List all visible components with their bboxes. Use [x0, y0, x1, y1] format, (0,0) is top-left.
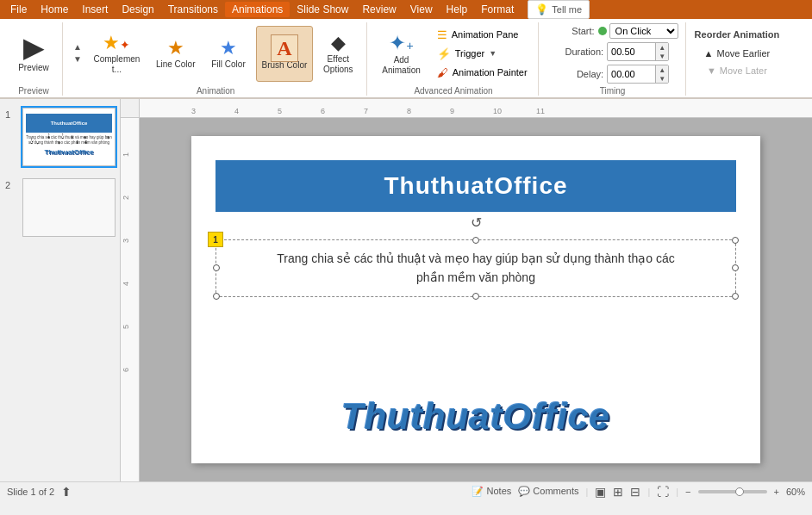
animation-pane-button[interactable]: ☰ Animation Pane [434, 27, 531, 43]
handle-bl[interactable] [213, 293, 220, 300]
effect-options-label: Effect Options [323, 54, 353, 75]
upload-icon[interactable]: ⬆ [61, 485, 72, 499]
status-bar-right: 📝 Notes 💬 Comments | ▣ ⊞ ⊟ | ⛶ | − + 60% [472, 485, 805, 499]
rotation-handle[interactable]: ↺ [471, 214, 482, 231]
notes-label: Notes [487, 486, 512, 496]
notes-button[interactable]: 📝 Notes [472, 486, 511, 497]
advanced-animation-content: ✦+ AddAnimation ☰ Animation Pane ⚡ Trigg… [376, 22, 530, 84]
handle-tm[interactable] [472, 237, 479, 244]
menu-animations[interactable]: Animations [225, 2, 290, 17]
start-indicator [598, 27, 607, 35]
trigger-button[interactable]: ⚡ Trigger ▼ [434, 46, 531, 62]
scroll-arrows: ▲ ▼ [73, 41, 82, 65]
animation-group: ▲ ▼ ★✦ Complement... ★ Line Color ★ Fill… [65, 22, 367, 96]
zoom-out-icon[interactable]: − [685, 487, 690, 497]
move-later-button[interactable]: ▼ Move Later [702, 64, 772, 78]
slide-body-line2: phần mềm văn phòng [416, 270, 535, 284]
anim-btn-complementary[interactable]: ★✦ Complement... [87, 26, 147, 82]
comments-button[interactable]: 💬 Comments [518, 486, 578, 497]
slide-body-text: Trang chia sẻ các thủ thuật và mẹo hay g… [228, 249, 723, 288]
lightbulb-icon: 💡 [535, 3, 548, 16]
mini-slide-1-content: ThuthuatOffice Trang chia sẻ các thủ thu… [23, 109, 115, 165]
preview-group-content: ▶ Preview [12, 22, 55, 84]
menu-insert[interactable]: Insert [75, 2, 115, 17]
view-reading-icon[interactable]: ⊟ [630, 485, 640, 499]
timing-duration-row: Duration: ▲ ▼ [556, 42, 669, 61]
slide-canvas[interactable]: ThuthuatOffice ↺ [140, 118, 812, 481]
move-later-icon: ▼ [707, 65, 716, 76]
fill-color-icon: ★ [220, 37, 237, 59]
timing-content: Start: On Click With Previous After Prev… [547, 22, 678, 84]
separator-1: | [586, 487, 589, 497]
slide-area-wrapper: 3 4 5 6 7 8 9 10 11 1 2 3 4 [121, 99, 812, 481]
duration-spin-up[interactable]: ▲ [656, 43, 668, 52]
effect-options-button[interactable]: ◆ Effect Options [316, 26, 359, 82]
duration-spin-down[interactable]: ▼ [656, 52, 668, 60]
tell-me-bar[interactable]: 💡 Tell me [528, 0, 590, 19]
animation-painter-button[interactable]: 🖌 Animation Painter [434, 65, 531, 81]
start-dropdown[interactable]: On Click With Previous After Previous [598, 23, 678, 39]
slide-thumb-2[interactable]: 2 [5, 177, 115, 239]
delay-spin-up[interactable]: ▲ [656, 65, 668, 74]
add-animation-button[interactable]: ✦+ AddAnimation [376, 26, 426, 82]
zoom-in-icon[interactable]: + [774, 487, 779, 497]
handle-mr[interactable] [732, 264, 739, 271]
slide-title-art: ThuthuatOffice [191, 396, 760, 437]
duration-input-wrap: ▲ ▼ [607, 42, 669, 61]
start-select[interactable]: On Click With Previous After Previous [609, 23, 678, 39]
timing-group-label: Timing [600, 84, 626, 96]
delay-input-wrap: ▲ ▼ [607, 65, 669, 84]
anim-btn-brush-color[interactable]: A Brush Color [256, 26, 314, 82]
fullscreen-icon[interactable]: ⛶ [657, 485, 669, 499]
menu-transitions[interactable]: Transitions [161, 2, 225, 17]
preview-label: Preview [18, 63, 49, 73]
slide-panel[interactable]: 1 ★ ThuthuatOffice Trang chia sẻ các thủ… [0, 99, 121, 481]
view-normal-icon[interactable]: ▣ [595, 485, 606, 499]
slide-body-line1: Trang chia sẻ các thủ thuật và mẹo hay g… [277, 251, 674, 265]
timing-group: Start: On Click With Previous After Prev… [540, 22, 686, 96]
preview-button[interactable]: ▶ Preview [12, 23, 55, 84]
zoom-slider[interactable] [698, 490, 767, 493]
effect-options-icon: ◆ [331, 32, 346, 54]
menu-view[interactable]: View [403, 2, 440, 17]
animation-pane-label: Animation Pane [452, 29, 519, 40]
anim-btn-line-color[interactable]: ★ Line Color [150, 26, 202, 82]
handle-bm[interactable] [472, 293, 479, 300]
comments-icon: 💬 [518, 486, 530, 496]
handle-br[interactable] [732, 293, 739, 300]
move-earlier-button[interactable]: ▲ Move Earlier [699, 47, 776, 60]
delay-input[interactable] [608, 67, 655, 81]
duration-input[interactable] [608, 45, 655, 59]
animation-badge: 1 [208, 232, 223, 247]
scroll-up-icon[interactable]: ▲ [73, 41, 82, 53]
tell-me-label: Tell me [552, 4, 582, 15]
menu-format[interactable]: Format [474, 2, 521, 17]
slide-page[interactable]: ThuthuatOffice ↺ [191, 136, 760, 463]
menu-file[interactable]: File [3, 2, 34, 17]
handle-ml[interactable] [213, 264, 220, 271]
anim-btn-fill-color[interactable]: ★ Fill Color [205, 26, 253, 82]
menu-help[interactable]: Help [440, 2, 475, 17]
trigger-icon: ⚡ [437, 47, 451, 60]
delay-spin-down[interactable]: ▼ [656, 74, 668, 83]
scroll-down-icon[interactable]: ▼ [73, 53, 82, 65]
handle-tr[interactable] [732, 237, 739, 244]
slide-thumb-box-1[interactable]: ★ ThuthuatOffice Trang chia sẻ các thủ t… [21, 106, 117, 168]
delay-spinner: ▲ ▼ [655, 65, 668, 83]
slide-text-box[interactable]: ↺ 1 Trang chia sẻ các thủ thu [215, 239, 736, 297]
complementary-label: Complement... [93, 54, 141, 75]
menu-design[interactable]: Design [115, 2, 160, 17]
menu-review[interactable]: Review [355, 2, 403, 17]
zoom-thumb[interactable] [735, 487, 744, 496]
slide-thumb-1[interactable]: 1 ★ ThuthuatOffice Trang chia sẻ các thủ… [5, 106, 115, 168]
view-slide-icon[interactable]: ⊞ [613, 485, 623, 499]
timing-delay-label: Delay: [556, 69, 603, 79]
reorder-title: Reorder Animation [695, 29, 780, 40]
line-color-icon: ★ [167, 37, 184, 59]
menu-home[interactable]: Home [34, 2, 75, 17]
status-bar: Slide 1 of 2 ⬆ 📝 Notes 💬 Comments | ▣ ⊞ … [0, 481, 812, 500]
menu-slideshow[interactable]: Slide Show [290, 2, 355, 17]
slide-thumb-box-2[interactable] [21, 177, 117, 239]
slide-blue-header: ThuthuatOffice [215, 160, 736, 212]
animation-group-label: Animation [197, 84, 234, 96]
